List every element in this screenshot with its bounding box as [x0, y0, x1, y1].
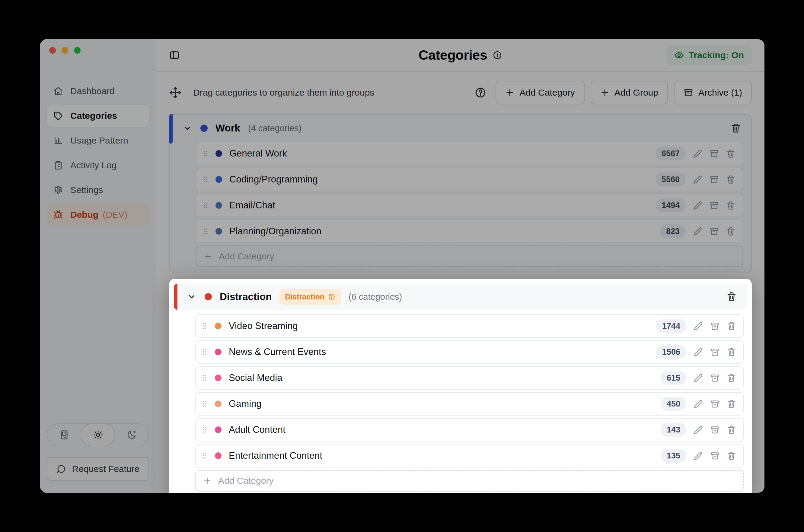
chevron-down-icon[interactable] — [183, 124, 192, 133]
distraction-badge-label: Distraction — [285, 292, 325, 301]
sidebar-item-categories[interactable]: Categories — [47, 105, 149, 127]
edit-pencil-icon[interactable] — [694, 399, 703, 408]
drag-handle-icon[interactable] — [200, 452, 209, 460]
archive-icon[interactable] — [710, 149, 719, 158]
app-window: Dashboard Categories Usage Pattern Activ… — [40, 39, 765, 493]
page-title: Categories — [419, 48, 488, 63]
archive-icon — [683, 88, 693, 97]
request-feature-label: Request Feature — [72, 464, 140, 474]
category-name: General Work — [230, 148, 287, 159]
archive-icon[interactable] — [710, 322, 719, 331]
category-name: Gaming — [229, 398, 262, 409]
category-row-planning-organization: Planning/Organization 823 — [196, 220, 743, 243]
add-category-row[interactable]: Add Category — [195, 470, 744, 492]
trash-icon[interactable] — [726, 175, 735, 184]
sidebar-item-dashboard[interactable]: Dashboard — [47, 80, 149, 102]
edit-pencil-icon[interactable] — [693, 201, 702, 210]
group-accent-strip — [174, 284, 178, 310]
archive-icon[interactable] — [710, 201, 719, 210]
category-name: Coding/Programming — [230, 174, 318, 185]
drag-handle-icon[interactable] — [201, 227, 209, 235]
group-color-dot — [200, 125, 208, 132]
drag-handle-icon[interactable] — [200, 425, 209, 434]
category-row-social-media: Social Media 615 — [195, 366, 744, 390]
trash-icon[interactable] — [727, 399, 736, 408]
bar-chart-icon — [53, 136, 63, 145]
category-name: Video Streaming — [229, 321, 298, 331]
message-bubble-icon — [56, 464, 66, 474]
category-color-dot — [215, 452, 221, 459]
help-icon[interactable] — [474, 87, 487, 99]
theme-dark-button[interactable] — [115, 424, 148, 446]
trash-icon[interactable] — [727, 292, 737, 302]
group-distraction-header: Distraction Distraction (6 categories) — [174, 284, 747, 310]
chevron-down-icon[interactable] — [187, 292, 196, 301]
group-work: Work (4 categories) General Work 6 — [169, 114, 752, 273]
tracking-status-badge[interactable]: Tracking: On — [666, 45, 752, 65]
zoom-window-button[interactable] — [74, 47, 80, 54]
edit-pencil-icon[interactable] — [694, 373, 703, 383]
category-color-dot — [215, 349, 221, 355]
archive-icon[interactable] — [710, 227, 719, 236]
category-name: News & Current Events — [229, 346, 326, 357]
category-name: Adult Content — [229, 424, 286, 435]
edit-pencil-icon[interactable] — [693, 227, 702, 236]
trash-icon[interactable] — [726, 149, 735, 158]
category-row-news-current-events: News & Current Events 1506 — [195, 340, 744, 364]
group-name: Work — [216, 122, 240, 134]
sidebar: Dashboard Categories Usage Pattern Activ… — [40, 39, 156, 493]
add-category-button[interactable]: Add Category — [496, 81, 584, 104]
drag-handle-icon[interactable] — [201, 175, 209, 184]
drag-handle-icon[interactable] — [200, 400, 209, 408]
drag-handle-icon[interactable] — [201, 149, 209, 158]
trash-icon[interactable] — [726, 227, 735, 236]
sidebar-item-usage-pattern[interactable]: Usage Pattern — [47, 130, 149, 151]
trash-icon[interactable] — [727, 322, 736, 331]
trash-icon[interactable] — [727, 425, 736, 435]
sidebar-item-activity-log[interactable]: Activity Log — [47, 154, 149, 176]
usage-count-badge: 823 — [660, 224, 686, 238]
trash-icon[interactable] — [727, 347, 736, 357]
edit-pencil-icon[interactable] — [693, 175, 702, 184]
trash-icon[interactable] — [731, 123, 741, 133]
archive-icon[interactable] — [710, 425, 719, 435]
edit-pencil-icon[interactable] — [694, 425, 703, 435]
request-feature-button[interactable]: Request Feature — [47, 457, 149, 481]
eye-icon — [674, 50, 684, 60]
edit-pencil-icon[interactable] — [693, 149, 702, 158]
add-group-button[interactable]: Add Group — [591, 81, 668, 104]
trash-icon[interactable] — [727, 451, 736, 460]
category-color-dot — [216, 228, 222, 235]
theme-system-button[interactable] — [48, 424, 81, 446]
archive-icon[interactable] — [710, 399, 719, 408]
sun-icon — [93, 430, 103, 440]
archive-button[interactable]: Archive (1) — [674, 81, 752, 104]
theme-light-button[interactable] — [80, 423, 115, 446]
archive-icon[interactable] — [710, 175, 719, 184]
distraction-type-badge[interactable]: Distraction — [279, 289, 341, 305]
edit-pencil-icon[interactable] — [694, 322, 703, 331]
edit-pencil-icon[interactable] — [694, 451, 703, 460]
close-window-button[interactable] — [49, 47, 56, 54]
archive-icon[interactable] — [710, 347, 719, 357]
tag-icon — [53, 111, 63, 121]
archive-icon[interactable] — [710, 373, 719, 383]
group-count-label: (6 categories) — [349, 292, 402, 302]
sidebar-item-settings[interactable]: Settings — [47, 179, 149, 201]
plus-icon — [203, 476, 212, 485]
archive-icon[interactable] — [710, 451, 719, 460]
clipboard-list-icon — [53, 160, 63, 170]
sidebar-toggle-button[interactable] — [169, 50, 180, 61]
trash-icon[interactable] — [727, 373, 736, 383]
add-category-row[interactable]: Add Category — [196, 246, 743, 267]
sidebar-item-debug[interactable]: Debug (DEV) — [47, 204, 149, 226]
edit-pencil-icon[interactable] — [694, 347, 703, 357]
minimize-window-button[interactable] — [61, 47, 68, 54]
drag-handle-icon[interactable] — [200, 348, 209, 356]
trash-icon[interactable] — [726, 201, 735, 210]
drag-handle-icon[interactable] — [201, 201, 209, 210]
info-icon[interactable] — [493, 50, 502, 60]
drag-handle-icon[interactable] — [200, 322, 209, 330]
drag-handle-icon[interactable] — [200, 374, 209, 382]
add-category-row-label: Add Category — [218, 476, 273, 486]
